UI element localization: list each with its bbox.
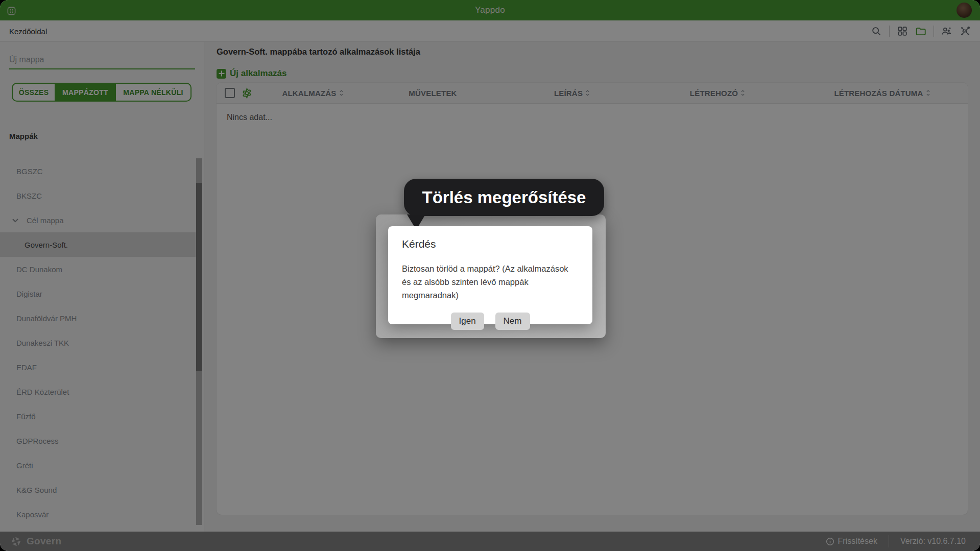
app-window: Yappdo Kezdőoldal: [0, 0, 980, 551]
delete-confirmation-tooltip: Törlés megerősítése: [404, 179, 604, 216]
confirm-no-button[interactable]: Nem: [495, 313, 530, 330]
dialog-message: Biztosan törlöd a mappát? (Az alkalmazás…: [402, 262, 579, 302]
dialog-title: Kérdés: [402, 238, 579, 250]
dialog-actions: Igen Nem: [402, 313, 579, 330]
confirm-dialog: Kérdés Biztosan törlöd a mappát? (Az alk…: [388, 226, 592, 324]
confirm-yes-button[interactable]: Igen: [451, 313, 484, 330]
